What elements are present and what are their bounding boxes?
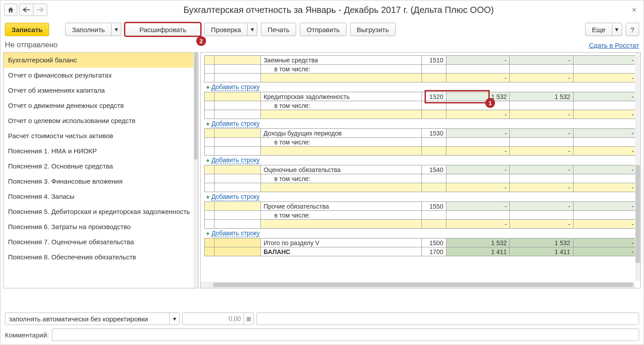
value-cell[interactable]: -: [573, 74, 636, 82]
value-cell[interactable]: -: [446, 56, 509, 65]
content-hscrollbar[interactable]: [201, 282, 635, 288]
sidebar-item-notes-4[interactable]: Пояснения 4. Запасы: [4, 189, 198, 204]
decipher-button[interactable]: Расшифровать: [125, 23, 201, 36]
fill-button[interactable]: Заполнить: [65, 23, 111, 36]
home-button[interactable]: [4, 4, 17, 16]
value-cell[interactable]: -: [446, 202, 509, 211]
more-dropdown[interactable]: ▾: [612, 23, 622, 36]
grid-cell[interactable]: [422, 183, 446, 192]
grid-cell[interactable]: [205, 56, 215, 65]
grid-cell[interactable]: [260, 147, 421, 156]
value-cell[interactable]: -: [573, 147, 636, 156]
add-row-link[interactable]: +Добавить строку: [204, 82, 637, 92]
value-cell[interactable]: -: [510, 220, 573, 229]
grid-cell[interactable]: [205, 129, 215, 138]
grid-cell[interactable]: [260, 183, 421, 192]
value-cell[interactable]: -: [446, 110, 509, 119]
save-button[interactable]: Записать: [5, 23, 49, 36]
export-button[interactable]: Выгрузить: [350, 23, 396, 36]
add-row-link[interactable]: +Добавить строку: [204, 119, 637, 128]
grid-cell[interactable]: [422, 110, 446, 119]
check-button[interactable]: Проверка: [204, 23, 248, 36]
value-cell[interactable]: -: [573, 56, 636, 65]
value-cell[interactable]: -: [573, 110, 636, 119]
value-cell[interactable]: -: [573, 92, 636, 101]
sidebar-item-net-assets[interactable]: Расчет стоимости чистых активов: [4, 128, 198, 144]
content-vscrollbar[interactable]: [635, 53, 640, 281]
value-cell[interactable]: -: [446, 74, 509, 82]
numeric-input[interactable]: 0,00 ▦: [182, 312, 254, 325]
fill-dropdown[interactable]: ▾: [111, 23, 121, 36]
value-cell[interactable]: -: [573, 165, 636, 174]
value-cell[interactable]: -: [510, 56, 573, 65]
add-row-link[interactable]: +Добавить строку: [204, 229, 637, 238]
grid-cell[interactable]: [260, 74, 421, 82]
grid-cell[interactable]: [422, 220, 446, 229]
send-button[interactable]: Отправить: [300, 23, 346, 36]
value-cell[interactable]: -: [446, 129, 509, 138]
value-cell-highlighted[interactable]: 1 532: [446, 92, 509, 101]
sidebar-item-notes-7[interactable]: Пояснения 7. Оценочные обязательства: [4, 234, 198, 250]
add-row-link[interactable]: +Добавить строку: [204, 156, 637, 165]
grid-cell[interactable]: [260, 110, 421, 119]
value-cell[interactable]: 1 532: [510, 92, 573, 101]
value-cell[interactable]: -: [573, 202, 636, 211]
sidebar-item-notes-1[interactable]: Пояснения 1. НМА и НИОКР: [4, 144, 198, 159]
value-cell[interactable]: -: [446, 165, 509, 174]
grid-cell[interactable]: [214, 247, 260, 256]
close-button[interactable]: ×: [628, 5, 640, 15]
value-cell[interactable]: -: [573, 220, 636, 229]
value-cell[interactable]: -: [510, 129, 573, 138]
grid-cell[interactable]: [205, 238, 215, 247]
value-cell[interactable]: -: [510, 110, 573, 119]
grid-cell[interactable]: [205, 92, 215, 101]
nav-back-button[interactable]: [20, 4, 33, 16]
comment-input[interactable]: [52, 329, 639, 341]
total-cell: -: [573, 247, 636, 256]
value-cell[interactable]: -: [573, 183, 636, 192]
sidebar-item-financial-results[interactable]: Отчет о финансовых результатах: [4, 68, 198, 83]
sidebar-item-target-use[interactable]: Отчет о целевом использовании средств: [4, 113, 198, 128]
help-button[interactable]: ?: [626, 23, 639, 36]
value-cell[interactable]: -: [510, 165, 573, 174]
sidebar-item-cash-flow[interactable]: Отчет о движении денежных средств: [4, 98, 198, 113]
grid-cell[interactable]: [214, 202, 260, 211]
calculator-icon[interactable]: ▦: [244, 313, 253, 324]
print-button[interactable]: Печать: [261, 23, 296, 36]
grid-cell[interactable]: [205, 165, 215, 174]
sidebar-item-notes-6[interactable]: Пояснения 6. Затраты на производство: [4, 219, 198, 234]
sidebar-item-notes-5[interactable]: Пояснения 5. Дебиторская и кредиторская …: [4, 204, 198, 219]
fill-mode-select[interactable]: заполнять автоматически без корректировк…: [5, 312, 180, 325]
sidebar-item-notes-8[interactable]: Пояснения 8. Обеспечения обязательств: [4, 250, 198, 265]
rosstat-link[interactable]: Сдать в Росстат: [589, 41, 639, 49]
sidebar-item-balance[interactable]: Бухгалтерский баланс: [4, 53, 198, 68]
title-bar: Бухгалтерская отчетность за Январь - Дек…: [0, 0, 644, 19]
value-cell[interactable]: -: [573, 129, 636, 138]
grid-cell[interactable]: [422, 74, 446, 82]
grid-cell[interactable]: [422, 147, 446, 156]
sidebar-item-capital-changes[interactable]: Отчет об изменениях капитала: [4, 83, 198, 98]
grid-cell[interactable]: [214, 238, 260, 247]
value-cell[interactable]: -: [446, 183, 509, 192]
chevron-down-icon[interactable]: ▾: [169, 313, 179, 324]
value-cell[interactable]: -: [510, 147, 573, 156]
check-dropdown[interactable]: ▾: [248, 23, 257, 36]
grid-cell[interactable]: [205, 247, 215, 256]
value-cell[interactable]: -: [446, 220, 509, 229]
value-cell[interactable]: -: [510, 202, 573, 211]
grid-cell[interactable]: [214, 56, 260, 65]
value-cell[interactable]: -: [510, 74, 573, 82]
add-row-link[interactable]: +Добавить строку: [204, 192, 637, 201]
grid-cell[interactable]: [214, 129, 260, 138]
sidebar-item-notes-2[interactable]: Пояснения 2. Основные средства: [4, 159, 198, 174]
value-cell[interactable]: -: [510, 183, 573, 192]
grid-cell[interactable]: [205, 202, 215, 211]
more-button[interactable]: Еще: [585, 23, 612, 36]
value-cell[interactable]: -: [446, 147, 509, 156]
text-input[interactable]: [256, 312, 639, 325]
grid-cell[interactable]: [214, 165, 260, 174]
grid-cell[interactable]: [260, 220, 421, 229]
sidebar-scrollbar[interactable]: [194, 53, 198, 288]
grid-cell[interactable]: [214, 92, 260, 101]
sidebar-item-notes-3[interactable]: Пояснения 3. Финансовые вложения: [4, 174, 198, 189]
